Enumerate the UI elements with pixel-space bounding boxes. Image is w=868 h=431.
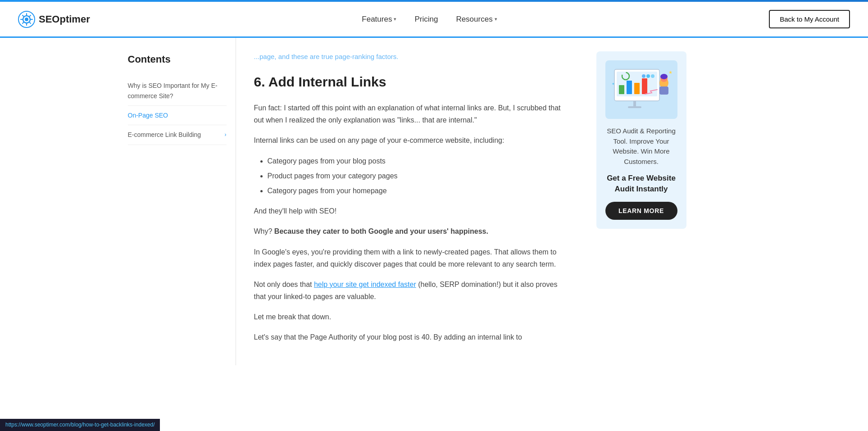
svg-point-13 [651,74,654,78]
cta-heading: Get a Free Website Audit Instantly [605,173,677,195]
svg-point-16 [660,74,668,79]
svg-rect-9 [628,106,641,108]
svg-rect-6 [634,83,640,94]
svg-text:★: ★ [668,70,673,75]
paragraph-8: Let's say that the Page Authority of you… [254,331,569,343]
toc-item-on-page-label: On-Page SEO [128,110,168,120]
svg-rect-4 [619,85,624,94]
features-label: Features [362,13,392,25]
main-content: ...page, and these are true page-ranking… [236,38,587,365]
paragraph-5: In Google's eyes, you're providing them … [254,246,569,270]
para4-prefix: Why? [254,227,274,235]
back-to-account-button[interactable]: Back to My Account [769,10,850,28]
paragraph-2: Internal links can be used on any page o… [254,134,569,146]
faded-top-text: ...page, and these are true page-ranking… [254,51,569,62]
page-layout: Contents Why is SEO Important for My E-c… [119,38,750,365]
logo-icon [18,11,35,28]
resources-label: Resources [456,13,492,25]
toc-arrow-icon: › [225,131,227,139]
paragraph-1: Fun fact: I started off this point with … [254,102,569,126]
paragraph-7: Let me break that down. [254,311,569,323]
toc-item-link-building-label: E-commerce Link Building [128,130,201,140]
cta-description: SEO Audit & Reporting Tool. Improve Your… [605,126,677,167]
pricing-label: Pricing [414,13,438,25]
list-item-2: Product pages from your category pages [268,170,569,182]
nav: Features ▾ Pricing Resources ▾ [362,13,497,25]
svg-rect-5 [627,81,632,94]
section-heading: 6. Add Internal Links [254,71,569,93]
nav-resources[interactable]: Resources ▾ [456,13,497,25]
svg-rect-7 [642,78,647,94]
contents-title: Contents [128,51,227,67]
header: SEOptimer Features ▾ Pricing Resources ▾… [0,2,868,38]
list-item-1: Category pages from your blog posts [268,155,569,167]
paragraph-4: Why? Because they cater to both Google a… [254,225,569,237]
paragraph-3: And they'll help with SEO! [254,205,569,217]
para6-prefix: Not only does that [254,281,314,288]
svg-rect-8 [633,101,636,106]
table-of-contents: Contents Why is SEO Important for My E-c… [128,38,236,365]
learn-more-button[interactable]: LEARN MORE [605,202,677,220]
svg-point-12 [646,74,650,78]
cta-illustration-svg: ★ ✦ [605,60,677,119]
svg-rect-17 [659,86,668,95]
features-chevron-icon: ▾ [394,15,396,23]
cta-illustration: ★ ✦ [605,60,677,119]
nav-pricing[interactable]: Pricing [414,13,438,25]
toc-item-why-seo-label: Why is SEO Important for My E-commerce S… [128,81,227,101]
indexed-faster-link[interactable]: help your site get indexed faster [314,281,416,288]
cta-box: ★ ✦ SEO Audit & Reporting Tool. Improve … [596,51,686,229]
logo-area[interactable]: SEOptimer [18,11,90,28]
toc-item-why-seo[interactable]: Why is SEO Important for My E-commerce S… [128,76,227,106]
toc-item-on-page-seo[interactable]: On-Page SEO [128,106,227,125]
svg-point-1 [25,18,28,21]
logo-text: SEOptimer [39,11,90,27]
resources-chevron-icon: ▾ [495,15,497,23]
section-number: 6. [254,74,265,89]
internal-links-list: Category pages from your blog posts Prod… [254,155,569,197]
nav-features[interactable]: Features ▾ [362,13,396,25]
svg-text:✦: ✦ [612,82,615,86]
svg-point-11 [642,74,645,78]
right-sidebar-cta: ★ ✦ SEO Audit & Reporting Tool. Improve … [587,38,686,365]
list-item-3: Category pages from your homepage [268,185,569,197]
paragraph-6: Not only does that help your site get in… [254,278,569,303]
section-title: Add Internal Links [268,74,386,89]
toc-item-link-building[interactable]: E-commerce Link Building › [128,125,227,145]
para4-bold: Because they cater to both Google and yo… [274,227,488,235]
